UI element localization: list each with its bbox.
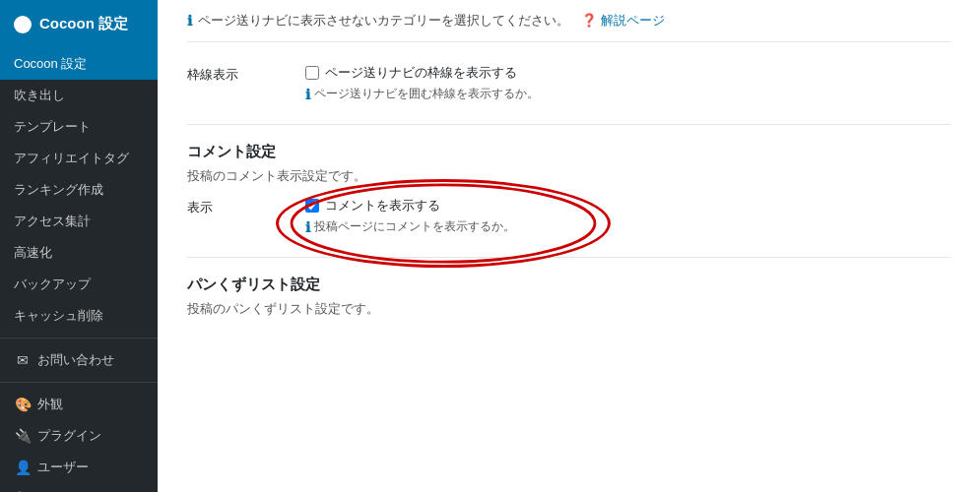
sidebar-item-label: バックアップ	[14, 276, 91, 293]
sidebar-item-label: テンプレート	[14, 118, 91, 136]
comment-oval-wrapper: コメントを表示する ℹ 投稿ページにコメントを表示するか。	[305, 197, 515, 235]
border-display-label: 枠線表示	[187, 64, 305, 84]
sidebar-item-label: ユーザー	[37, 459, 89, 476]
sidebar-item-label: Cocoon 設定	[14, 55, 87, 73]
sidebar-item-speed[interactable]: 高速化	[0, 237, 158, 269]
sidebar-item-label: ランキング作成	[14, 181, 103, 199]
plugin-icon: 🔌	[14, 428, 32, 444]
breadcrumb-settings-section: パンくずリスト設定 投稿のパンくずリスト設定です。	[187, 258, 950, 330]
comment-display-row: 表示 コメントを表示する ℹ 投稿ページにコメントを表示するか。	[187, 189, 950, 243]
border-checkbox[interactable]	[305, 66, 319, 80]
info-icon: ℹ	[187, 13, 192, 29]
sidebar-item-users[interactable]: 👤 ユーザー	[0, 452, 158, 483]
comment-checkbox-label: コメントを表示する	[325, 197, 440, 215]
sidebar-item-tools[interactable]: 🔧 ツール	[0, 483, 158, 492]
sidebar-item-template[interactable]: テンプレート	[0, 111, 158, 143]
sidebar-item-access[interactable]: アクセス集計	[0, 206, 158, 237]
comment-checkbox[interactable]	[305, 199, 319, 213]
sidebar-item-label: お問い合わせ	[37, 351, 114, 369]
sidebar-divider-2	[0, 382, 158, 383]
comment-display-label: 表示	[187, 197, 305, 216]
breadcrumb-section-desc: 投稿のパンくずリスト設定です。	[187, 300, 950, 318]
sidebar-item-cocoon-settings[interactable]: Cocoon 設定	[0, 48, 158, 80]
user-icon: 👤	[14, 460, 32, 475]
top-info-text: ページ送りナビに表示させないカテゴリーを選択してください。	[198, 12, 569, 30]
sidebar-item-ranking[interactable]: ランキング作成	[0, 174, 158, 206]
sidebar-item-backup[interactable]: バックアップ	[0, 269, 158, 300]
border-info: ℹ ページ送りナビを囲む枠線を表示するか。	[305, 86, 950, 102]
content-area: ℹ ページ送りナビに表示させないカテゴリーを選択してください。 ❓ 解説ページ …	[158, 0, 980, 492]
sidebar-header[interactable]: Cocoon 設定	[0, 0, 158, 48]
sidebar-item-label: プラグイン	[37, 427, 101, 445]
sidebar: Cocoon 設定 Cocoon 設定 吹き出し テンプレート アフィリエイトタ…	[0, 0, 158, 492]
border-checkbox-label: ページ送りナビの枠線を表示する	[325, 64, 517, 82]
paint-icon: 🎨	[14, 397, 32, 412]
sidebar-divider-1	[0, 338, 158, 338]
top-info-row: ℹ ページ送りナビに表示させないカテゴリーを選択してください。 ❓ 解説ページ	[187, 0, 950, 42]
comment-display-content: コメントを表示する ℹ 投稿ページにコメントを表示するか。	[305, 197, 950, 235]
comment-info-icon: ℹ	[305, 219, 310, 235]
comment-section-desc: 投稿のコメント表示設定です。	[187, 167, 950, 185]
border-display-row: 枠線表示 ページ送りナビの枠線を表示する ℹ ページ送りナビを囲む枠線を表示する…	[187, 56, 950, 110]
cocoon-logo	[14, 16, 32, 33]
sidebar-item-label: 外観	[37, 396, 63, 413]
mail-icon: ✉	[14, 352, 32, 368]
sidebar-item-label: キャッシュ削除	[14, 307, 103, 325]
sidebar-item-label: 吹き出し	[14, 87, 65, 104]
sidebar-title: Cocoon 設定	[39, 15, 128, 33]
sidebar-item-label: アクセス集計	[14, 213, 91, 230]
border-checkbox-row[interactable]: ページ送りナビの枠線を表示する	[305, 64, 950, 82]
comment-settings-section: コメント設定 投稿のコメント表示設定です。 表示 コメントを表示する	[187, 125, 950, 258]
sidebar-item-plugins[interactable]: 🔌 プラグイン	[0, 420, 158, 452]
border-info-icon: ℹ	[305, 87, 310, 102]
comment-checkbox-row[interactable]: コメントを表示する	[305, 197, 515, 215]
border-info-text: ページ送りナビを囲む枠線を表示するか。	[314, 86, 539, 102]
sidebar-item-contact[interactable]: ✉ お問い合わせ	[0, 344, 158, 376]
comment-info-text: 投稿ページにコメントを表示するか。	[314, 218, 515, 235]
sidebar-nav: Cocoon 設定 吹き出し テンプレート アフィリエイトタグ ランキング作成 …	[0, 48, 158, 492]
border-display-content: ページ送りナビの枠線を表示する ℹ ページ送りナビを囲む枠線を表示するか。	[305, 64, 950, 102]
sidebar-item-label: 高速化	[14, 244, 52, 262]
border-display-section: 枠線表示 ページ送りナビの枠線を表示する ℹ ページ送りナビを囲む枠線を表示する…	[187, 42, 950, 125]
help-link[interactable]: ❓ 解説ページ	[581, 12, 665, 30]
comment-info: ℹ 投稿ページにコメントを表示するか。	[305, 218, 515, 235]
main-content: ℹ ページ送りナビに表示させないカテゴリーを選択してください。 ❓ 解説ページ …	[158, 0, 980, 492]
sidebar-item-affiliate[interactable]: アフィリエイトタグ	[0, 143, 158, 174]
sidebar-item-cache[interactable]: キャッシュ削除	[0, 300, 158, 332]
comment-section-heading: コメント設定	[187, 143, 950, 161]
sidebar-item-appearance[interactable]: 🎨 外観	[0, 389, 158, 420]
breadcrumb-section-heading: パンくずリスト設定	[187, 276, 950, 294]
sidebar-item-label: アフィリエイトタグ	[14, 150, 129, 167]
sidebar-item-speech-bubble[interactable]: 吹き出し	[0, 80, 158, 111]
